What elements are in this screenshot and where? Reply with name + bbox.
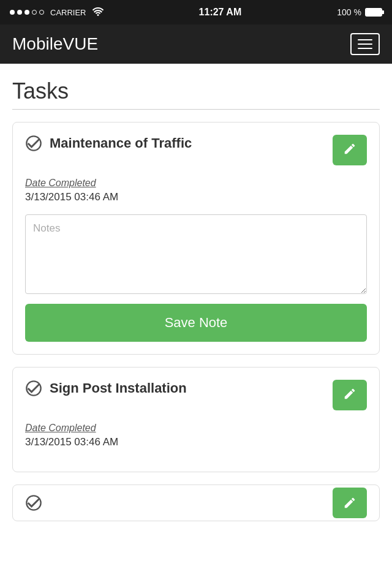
date-label-2: Date Completed xyxy=(25,423,367,434)
task-title-row-1: Maintenance of Traffic xyxy=(25,135,192,152)
date-label-1: Date Completed xyxy=(25,178,367,189)
status-time: 11:27 AM xyxy=(199,7,242,18)
signal-dot-5 xyxy=(39,10,44,15)
status-bar: CARRIER 11:27 AM 100 % xyxy=(0,0,392,24)
notes-input-1[interactable] xyxy=(25,214,367,294)
carrier-label: CARRIER xyxy=(50,8,86,17)
page-divider xyxy=(12,109,380,110)
save-note-button-1[interactable]: Save Note xyxy=(25,304,367,342)
menu-button[interactable] xyxy=(350,33,380,55)
task-edit-button-2[interactable] xyxy=(333,380,367,410)
pencil-icon-2 xyxy=(343,387,356,404)
task-name-1: Maintenance of Traffic xyxy=(50,135,192,151)
task-header-2: Sign Post Installation xyxy=(25,380,367,410)
battery-fill xyxy=(366,9,381,15)
task-check-icon-1 xyxy=(25,135,42,152)
battery-percent: 100 % xyxy=(337,7,361,17)
task-name-2: Sign Post Installation xyxy=(50,380,187,396)
menu-line-1 xyxy=(358,39,372,40)
nav-bar: MobileVUE xyxy=(0,24,392,64)
date-value-1: 3/13/2015 03:46 AM xyxy=(25,191,367,203)
task-title-row-2: Sign Post Installation xyxy=(25,380,187,397)
task-card-3-partial xyxy=(12,484,380,521)
page-content: Tasks Maintenance of Traffic Date Comple… xyxy=(0,64,392,588)
date-value-2: 3/13/2015 03:46 AM xyxy=(25,436,367,448)
status-right: 100 % xyxy=(337,7,382,17)
task-edit-button-3[interactable] xyxy=(333,488,367,518)
task-check-icon-3 xyxy=(25,494,42,511)
battery-icon xyxy=(365,8,382,17)
task-check-icon-2 xyxy=(25,380,42,397)
page-title: Tasks xyxy=(12,78,380,104)
status-left: CARRIER xyxy=(10,7,104,18)
wifi-icon xyxy=(92,7,104,18)
menu-line-2 xyxy=(358,43,372,45)
task-edit-button-1[interactable] xyxy=(333,135,367,165)
menu-line-3 xyxy=(358,48,372,49)
signal-dot-1 xyxy=(10,10,15,15)
app-title: MobileVUE xyxy=(12,34,98,54)
task-title-row-3 xyxy=(25,494,42,511)
task-header-1: Maintenance of Traffic xyxy=(25,135,367,165)
task-card-1: Maintenance of Traffic Date Completed 3/… xyxy=(12,122,380,355)
signal-dot-2 xyxy=(17,10,22,15)
pencil-icon-1 xyxy=(343,142,356,159)
task-card-2: Sign Post Installation Date Completed 3/… xyxy=(12,367,380,472)
signal-dot-3 xyxy=(24,10,29,15)
signal-dot-4 xyxy=(32,10,37,15)
